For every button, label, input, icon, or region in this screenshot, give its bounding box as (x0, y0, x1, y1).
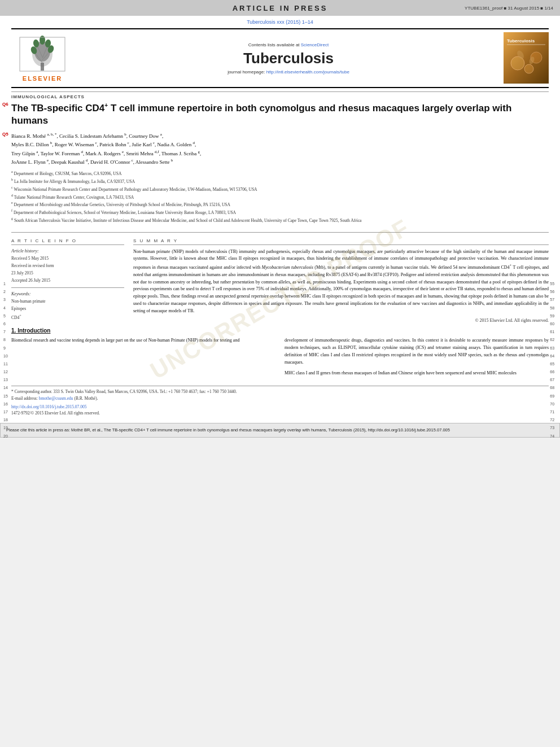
article-info-col: A R T I C L E I N F O Article history: R… (11, 238, 124, 324)
keywords-label: Keywords: (11, 291, 124, 296)
q5-marker: Q5 (2, 132, 8, 137)
keyword-2: Epitopes (11, 305, 124, 312)
article-title-text1: The TB-specific CD4 (11, 103, 104, 113)
email-link[interactable]: bmothe@csusm.edu (39, 396, 73, 401)
article-info-summary: A R T I C L E I N F O Article history: R… (11, 238, 549, 324)
science-direct-link[interactable]: ScienceDirect (301, 42, 329, 47)
tb-cover-image: Tuberculosis (504, 33, 549, 84)
doi-area: http://dx.doi.org/10.1016/j.tube.2015.07… (11, 404, 549, 417)
homepage-url[interactable]: http://intl.elsevierhealth.com/journals/… (266, 69, 349, 75)
copyright-text: © 2015 Elsevier Ltd. All rights reserved… (133, 318, 549, 323)
intro-two-col: Biomedical research and vaccine testing … (11, 337, 549, 380)
article-title: The TB-specific CD4+ T cell immune reper… (11, 102, 549, 127)
article-in-press-label: ARTICLE IN PRESS (233, 4, 328, 12)
corresponding-author-note: * Corresponding author. 333 S. Twin Oaks… (11, 388, 549, 395)
tb-cover-title: Tuberculosis (501, 30, 551, 86)
intro-para2: development of immunotherapeutic drugs, … (285, 337, 549, 366)
summary-title: S U M M A R Y (133, 238, 549, 245)
intro-para1: Biomedical research and vaccine testing … (11, 337, 275, 344)
q6-marker: Q6 (2, 102, 8, 107)
footnote-area: * Corresponding author. 333 S. Twin Oaks… (11, 386, 549, 416)
main-content: IMMUNOLOGICAL ASPECTS Q6 The TB-specific… (0, 88, 560, 416)
svg-point-17 (524, 64, 533, 73)
doi-url[interactable]: http://dx.doi.org/10.1016/j.tube.2015.07… (11, 404, 86, 409)
content-area: 12345 678910 1112131415 1617181920 21222… (0, 88, 560, 416)
page-wrapper: ARTICLE IN PRESS YTUBE1361_proof ■ 31 Au… (0, 0, 560, 438)
authors-area: Q5 Bianca R. Mothé a, b, *, Cecilia S. L… (11, 132, 549, 170)
keywords-section: Keywords: Non-human primate Epitopes CD4… (11, 287, 124, 321)
journal-center: Contents lists available at ScienceDirec… (73, 42, 504, 75)
keywords-divider (11, 287, 124, 288)
svg-text:Tuberculosis: Tuberculosis (507, 38, 535, 43)
tb-cover-svg: Tuberculosis (504, 32, 549, 83)
introduction-section: 1. Introduction Biomedical research and … (11, 327, 549, 380)
intro-col-left: Biomedical research and vaccine testing … (11, 337, 275, 380)
elsevier-logo: ELSEVIER (11, 34, 73, 82)
journal-banner: ELSEVIER Contents lists available at Sci… (11, 28, 549, 88)
journal-citation: Tuberculosis xxx (2015) 1–14 (11, 19, 549, 25)
elsevier-tree-icon (17, 34, 68, 74)
summary-text: Non-human primate (NHP) models of tuberc… (133, 248, 549, 315)
top-bar: ARTICLE IN PRESS YTUBE1361_proof ■ 31 Au… (0, 0, 560, 16)
issn-text: 1472-9792/© 2015 Elsevier Ltd. All right… (11, 410, 549, 416)
keyword-3: CD4+ (11, 313, 124, 321)
intro-para3: MHC class I and II genes from rhesus mac… (285, 370, 549, 377)
received-date: Received 5 May 2015 (11, 255, 124, 261)
science-direct-line: Contents lists available at ScienceDirec… (79, 42, 498, 47)
line-numbers-right: 5556575859 6061626364 6566676869 7071727… (550, 280, 557, 438)
article-history-label: Article history: (11, 248, 124, 254)
affiliations-list: a Department of Biology, CSUSM, San Marc… (11, 169, 549, 224)
proof-info: YTUBE1361_proof ■ 31 August 2015 ■ 1/14 (465, 6, 553, 11)
journal-title: Tuberculosis (79, 50, 498, 67)
section-label: IMMUNOLOGICAL ASPECTS (11, 91, 549, 99)
section-divider (11, 232, 549, 233)
accepted-date: Accepted 26 July 2015 (11, 277, 124, 283)
intro-col-right: development of immunotherapeutic drugs, … (285, 337, 549, 380)
email-note: E-mail address: bmothe@csusm.edu (B.R. M… (11, 395, 549, 401)
revised-date: 23 July 2015 (11, 270, 124, 276)
article-title-area: Q6 The TB-specific CD4+ T cell immune re… (11, 102, 549, 132)
svg-point-11 (40, 36, 45, 45)
doi-link: http://dx.doi.org/10.1016/j.tube.2015.07… (11, 404, 549, 410)
journal-header: Tuberculosis xxx (2015) 1–14 (0, 16, 560, 28)
article-info-title: A R T I C L E I N F O (11, 238, 124, 245)
bottom-citation-bar: Please cite this article in press as: Mo… (0, 423, 560, 437)
line-numbers-left: 12345 678910 1112131415 1617181920 21222… (3, 280, 8, 438)
elsevier-text: ELSEVIER (23, 75, 62, 82)
keyword-1: Non-human primate (11, 298, 124, 304)
intro-title: 1. Introduction (11, 327, 549, 334)
revised-label: Received in revised form (11, 263, 124, 269)
summary-col: S U M M A R Y Non-human primate (NHP) mo… (133, 238, 549, 324)
journal-homepage: journal homepage: http://intl.elsevierhe… (79, 69, 498, 75)
authors-list: Bianca R. Mothé a, b, *, Cecilia S. Lind… (11, 132, 549, 167)
